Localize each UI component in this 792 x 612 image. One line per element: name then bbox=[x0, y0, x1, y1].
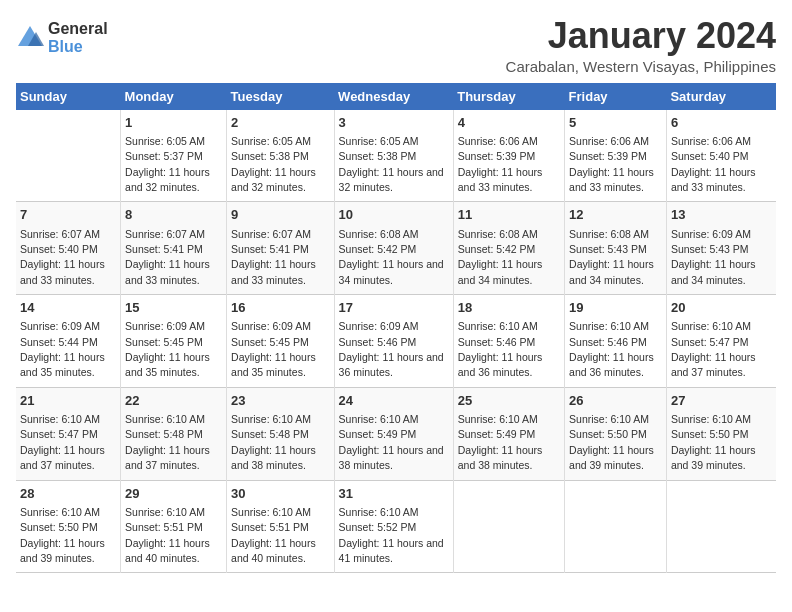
day-number: 19 bbox=[569, 299, 662, 317]
calendar-cell: 5Sunrise: 6:06 AMSunset: 5:39 PMDaylight… bbox=[565, 110, 667, 202]
month-title: January 2024 bbox=[506, 16, 776, 56]
day-info: Sunrise: 6:10 AMSunset: 5:50 PMDaylight:… bbox=[20, 506, 105, 564]
day-number: 13 bbox=[671, 206, 772, 224]
calendar-cell bbox=[565, 480, 667, 573]
day-number: 4 bbox=[458, 114, 560, 132]
logo-icon bbox=[16, 24, 44, 52]
calendar-cell: 11Sunrise: 6:08 AMSunset: 5:42 PMDayligh… bbox=[453, 202, 564, 295]
calendar-cell: 7Sunrise: 6:07 AMSunset: 5:40 PMDaylight… bbox=[16, 202, 121, 295]
day-info: Sunrise: 6:05 AMSunset: 5:38 PMDaylight:… bbox=[339, 135, 444, 193]
title-block: January 2024 Carabalan, Western Visayas,… bbox=[506, 16, 776, 75]
day-number: 31 bbox=[339, 485, 449, 503]
header-saturday: Saturday bbox=[666, 83, 776, 110]
day-info: Sunrise: 6:07 AMSunset: 5:41 PMDaylight:… bbox=[125, 228, 210, 286]
calendar-cell: 21Sunrise: 6:10 AMSunset: 5:47 PMDayligh… bbox=[16, 387, 121, 480]
calendar-cell: 12Sunrise: 6:08 AMSunset: 5:43 PMDayligh… bbox=[565, 202, 667, 295]
day-info: Sunrise: 6:10 AMSunset: 5:49 PMDaylight:… bbox=[458, 413, 543, 471]
calendar-cell: 29Sunrise: 6:10 AMSunset: 5:51 PMDayligh… bbox=[121, 480, 227, 573]
day-info: Sunrise: 6:06 AMSunset: 5:39 PMDaylight:… bbox=[569, 135, 654, 193]
calendar-cell: 13Sunrise: 6:09 AMSunset: 5:43 PMDayligh… bbox=[666, 202, 776, 295]
day-number: 14 bbox=[20, 299, 116, 317]
calendar-cell: 8Sunrise: 6:07 AMSunset: 5:41 PMDaylight… bbox=[121, 202, 227, 295]
day-info: Sunrise: 6:10 AMSunset: 5:52 PMDaylight:… bbox=[339, 506, 444, 564]
day-info: Sunrise: 6:10 AMSunset: 5:51 PMDaylight:… bbox=[125, 506, 210, 564]
calendar-cell: 27Sunrise: 6:10 AMSunset: 5:50 PMDayligh… bbox=[666, 387, 776, 480]
day-number: 3 bbox=[339, 114, 449, 132]
header-monday: Monday bbox=[121, 83, 227, 110]
day-info: Sunrise: 6:09 AMSunset: 5:44 PMDaylight:… bbox=[20, 320, 105, 378]
day-info: Sunrise: 6:09 AMSunset: 5:45 PMDaylight:… bbox=[231, 320, 316, 378]
calendar-cell: 14Sunrise: 6:09 AMSunset: 5:44 PMDayligh… bbox=[16, 295, 121, 388]
header-thursday: Thursday bbox=[453, 83, 564, 110]
day-number: 5 bbox=[569, 114, 662, 132]
day-number: 1 bbox=[125, 114, 222, 132]
calendar-cell: 19Sunrise: 6:10 AMSunset: 5:46 PMDayligh… bbox=[565, 295, 667, 388]
day-number: 27 bbox=[671, 392, 772, 410]
day-number: 9 bbox=[231, 206, 330, 224]
day-info: Sunrise: 6:06 AMSunset: 5:39 PMDaylight:… bbox=[458, 135, 543, 193]
logo-general: General bbox=[48, 20, 108, 38]
header-tuesday: Tuesday bbox=[227, 83, 335, 110]
day-info: Sunrise: 6:05 AMSunset: 5:37 PMDaylight:… bbox=[125, 135, 210, 193]
calendar-cell bbox=[16, 110, 121, 202]
day-info: Sunrise: 6:10 AMSunset: 5:48 PMDaylight:… bbox=[231, 413, 316, 471]
calendar-cell: 25Sunrise: 6:10 AMSunset: 5:49 PMDayligh… bbox=[453, 387, 564, 480]
day-number: 10 bbox=[339, 206, 449, 224]
day-info: Sunrise: 6:08 AMSunset: 5:42 PMDaylight:… bbox=[458, 228, 543, 286]
day-number: 16 bbox=[231, 299, 330, 317]
day-number: 24 bbox=[339, 392, 449, 410]
calendar-cell: 9Sunrise: 6:07 AMSunset: 5:41 PMDaylight… bbox=[227, 202, 335, 295]
day-number: 15 bbox=[125, 299, 222, 317]
day-number: 6 bbox=[671, 114, 772, 132]
day-info: Sunrise: 6:10 AMSunset: 5:50 PMDaylight:… bbox=[569, 413, 654, 471]
day-info: Sunrise: 6:10 AMSunset: 5:46 PMDaylight:… bbox=[458, 320, 543, 378]
day-info: Sunrise: 6:09 AMSunset: 5:46 PMDaylight:… bbox=[339, 320, 444, 378]
day-info: Sunrise: 6:10 AMSunset: 5:47 PMDaylight:… bbox=[671, 320, 756, 378]
header-friday: Friday bbox=[565, 83, 667, 110]
day-info: Sunrise: 6:09 AMSunset: 5:43 PMDaylight:… bbox=[671, 228, 756, 286]
calendar-cell: 15Sunrise: 6:09 AMSunset: 5:45 PMDayligh… bbox=[121, 295, 227, 388]
day-number: 8 bbox=[125, 206, 222, 224]
day-info: Sunrise: 6:07 AMSunset: 5:41 PMDaylight:… bbox=[231, 228, 316, 286]
calendar-week-row: 28Sunrise: 6:10 AMSunset: 5:50 PMDayligh… bbox=[16, 480, 776, 573]
day-info: Sunrise: 6:10 AMSunset: 5:49 PMDaylight:… bbox=[339, 413, 444, 471]
calendar-cell: 26Sunrise: 6:10 AMSunset: 5:50 PMDayligh… bbox=[565, 387, 667, 480]
logo-text: General Blue bbox=[48, 20, 108, 55]
calendar-cell: 28Sunrise: 6:10 AMSunset: 5:50 PMDayligh… bbox=[16, 480, 121, 573]
calendar-cell bbox=[453, 480, 564, 573]
logo: General Blue bbox=[16, 20, 108, 55]
calendar-cell: 3Sunrise: 6:05 AMSunset: 5:38 PMDaylight… bbox=[334, 110, 453, 202]
calendar-week-row: 21Sunrise: 6:10 AMSunset: 5:47 PMDayligh… bbox=[16, 387, 776, 480]
calendar-cell: 20Sunrise: 6:10 AMSunset: 5:47 PMDayligh… bbox=[666, 295, 776, 388]
day-number: 2 bbox=[231, 114, 330, 132]
calendar-week-row: 14Sunrise: 6:09 AMSunset: 5:44 PMDayligh… bbox=[16, 295, 776, 388]
day-info: Sunrise: 6:05 AMSunset: 5:38 PMDaylight:… bbox=[231, 135, 316, 193]
calendar-cell: 4Sunrise: 6:06 AMSunset: 5:39 PMDaylight… bbox=[453, 110, 564, 202]
day-info: Sunrise: 6:06 AMSunset: 5:40 PMDaylight:… bbox=[671, 135, 756, 193]
logo-blue: Blue bbox=[48, 38, 108, 56]
page-header: General Blue January 2024 Carabalan, Wes… bbox=[16, 16, 776, 75]
calendar-cell: 23Sunrise: 6:10 AMSunset: 5:48 PMDayligh… bbox=[227, 387, 335, 480]
day-number: 20 bbox=[671, 299, 772, 317]
day-number: 12 bbox=[569, 206, 662, 224]
day-number: 22 bbox=[125, 392, 222, 410]
day-number: 29 bbox=[125, 485, 222, 503]
calendar-cell: 6Sunrise: 6:06 AMSunset: 5:40 PMDaylight… bbox=[666, 110, 776, 202]
day-number: 21 bbox=[20, 392, 116, 410]
day-number: 25 bbox=[458, 392, 560, 410]
calendar-cell: 17Sunrise: 6:09 AMSunset: 5:46 PMDayligh… bbox=[334, 295, 453, 388]
day-number: 30 bbox=[231, 485, 330, 503]
day-info: Sunrise: 6:08 AMSunset: 5:43 PMDaylight:… bbox=[569, 228, 654, 286]
day-info: Sunrise: 6:10 AMSunset: 5:51 PMDaylight:… bbox=[231, 506, 316, 564]
day-info: Sunrise: 6:10 AMSunset: 5:50 PMDaylight:… bbox=[671, 413, 756, 471]
day-number: 11 bbox=[458, 206, 560, 224]
day-info: Sunrise: 6:10 AMSunset: 5:46 PMDaylight:… bbox=[569, 320, 654, 378]
day-number: 26 bbox=[569, 392, 662, 410]
calendar-cell: 31Sunrise: 6:10 AMSunset: 5:52 PMDayligh… bbox=[334, 480, 453, 573]
calendar-cell: 10Sunrise: 6:08 AMSunset: 5:42 PMDayligh… bbox=[334, 202, 453, 295]
day-number: 23 bbox=[231, 392, 330, 410]
day-info: Sunrise: 6:10 AMSunset: 5:47 PMDaylight:… bbox=[20, 413, 105, 471]
day-info: Sunrise: 6:09 AMSunset: 5:45 PMDaylight:… bbox=[125, 320, 210, 378]
header-wednesday: Wednesday bbox=[334, 83, 453, 110]
calendar-cell: 18Sunrise: 6:10 AMSunset: 5:46 PMDayligh… bbox=[453, 295, 564, 388]
